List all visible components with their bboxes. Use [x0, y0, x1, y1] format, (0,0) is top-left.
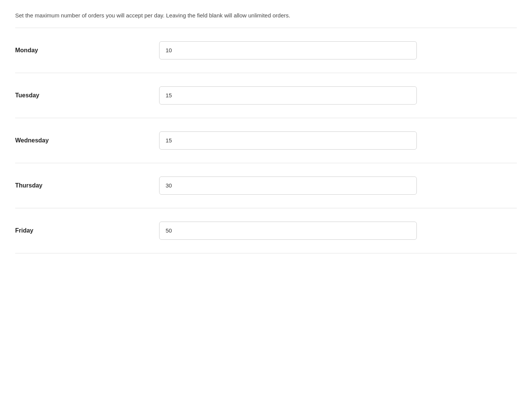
description-text: Set the maximum number of orders you wil… [15, 11, 517, 20]
friday-label: Friday [15, 227, 159, 234]
tuesday-input[interactable] [159, 86, 417, 105]
friday-input[interactable] [159, 222, 417, 240]
wednesday-label: Wednesday [15, 137, 159, 144]
day-row-tuesday: Tuesday [15, 73, 517, 118]
thursday-input[interactable] [159, 177, 417, 195]
wednesday-input[interactable] [159, 131, 417, 150]
tuesday-label: Tuesday [15, 92, 159, 99]
monday-label: Monday [15, 47, 159, 54]
day-row-friday: Friday [15, 208, 517, 253]
monday-input[interactable] [159, 41, 417, 59]
day-row-monday: Monday [15, 28, 517, 73]
days-container: MondayTuesdayWednesdayThursdayFriday [15, 28, 517, 253]
day-row-wednesday: Wednesday [15, 118, 517, 163]
thursday-label: Thursday [15, 182, 159, 189]
day-row-thursday: Thursday [15, 163, 517, 208]
main-container: Set the maximum number of orders you wil… [0, 0, 532, 265]
